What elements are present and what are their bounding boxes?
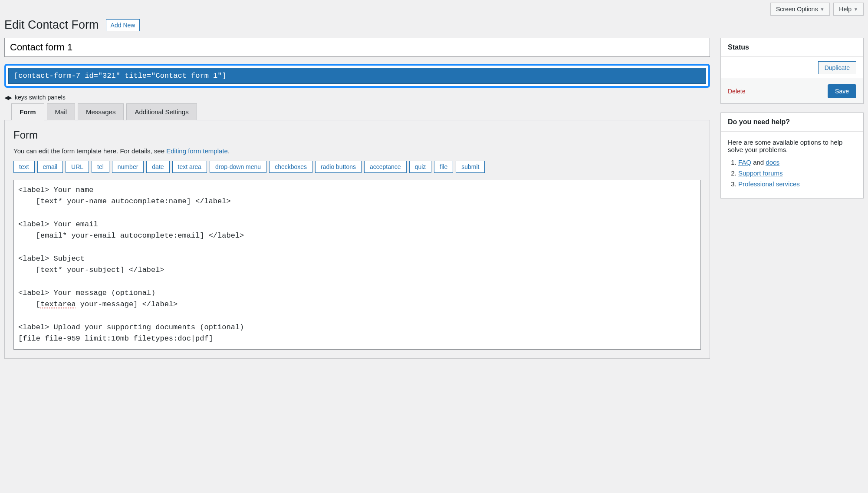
tag-email[interactable]: email (37, 161, 63, 173)
tag-url[interactable]: URL (66, 161, 89, 173)
shortcode-field[interactable]: [contact-form-7 id="321" title="Contact … (8, 68, 706, 84)
tab-mail[interactable]: Mail (47, 103, 76, 120)
help-title: Do you need help? (721, 113, 863, 132)
tag-checkboxes[interactable]: checkboxes (269, 161, 312, 173)
form-title-input[interactable] (4, 38, 710, 57)
pro-services-link[interactable]: Professional services (738, 180, 800, 188)
docs-link[interactable]: docs (766, 159, 779, 166)
tag-quiz[interactable]: quiz (409, 161, 432, 173)
delete-link[interactable]: Delete (728, 88, 745, 95)
help-item-forums: Support forums (738, 169, 856, 177)
tab-messages[interactable]: Messages (78, 103, 124, 120)
page-title: Edit Contact Form (4, 18, 99, 32)
tag-radio[interactable]: radio buttons (315, 161, 362, 173)
tabs: Form Mail Messages Additional Settings (11, 103, 710, 120)
chevron-down-icon: ▼ (820, 7, 824, 12)
shortcode-highlight: [contact-form-7 id="321" title="Contact … (4, 64, 710, 88)
help-item-pro: Professional services (738, 180, 856, 188)
help-button[interactable]: Help ▼ (833, 3, 864, 16)
status-box: Status Duplicate Delete Save (720, 38, 864, 104)
panel-description: You can edit the form template here. For… (13, 147, 701, 155)
screen-options-label: Screen Options (776, 6, 818, 13)
forums-link[interactable]: Support forums (738, 169, 783, 177)
status-title: Status (721, 38, 863, 57)
tag-submit[interactable]: submit (456, 161, 485, 173)
add-new-button[interactable]: Add New (106, 19, 140, 31)
tag-date[interactable]: date (146, 161, 169, 173)
tag-textarea[interactable]: text area (172, 161, 207, 173)
form-panel: Form You can edit the form template here… (4, 120, 710, 359)
help-label: Help (839, 6, 852, 13)
tag-file[interactable]: file (434, 161, 453, 173)
screen-options-button[interactable]: Screen Options ▼ (770, 3, 830, 16)
help-box: Do you need help? Here are some availabl… (720, 112, 864, 199)
faq-link[interactable]: FAQ (738, 159, 751, 166)
duplicate-button[interactable]: Duplicate (818, 61, 856, 74)
tag-tel[interactable]: tel (92, 161, 109, 173)
tab-additional-settings[interactable]: Additional Settings (126, 103, 197, 120)
tag-acceptance[interactable]: acceptance (364, 161, 407, 173)
arrow-keys-icon: ◀▶ (4, 94, 11, 101)
tab-form[interactable]: Form (11, 103, 44, 120)
tag-text[interactable]: text (13, 161, 35, 173)
help-intro: Here are some available options to help … (728, 139, 856, 153)
tag-number[interactable]: number (112, 161, 144, 173)
editing-template-link[interactable]: Editing form template (166, 147, 228, 155)
chevron-down-icon: ▼ (854, 7, 858, 12)
tag-buttons-row: text email URL tel number date text area… (13, 161, 701, 173)
tag-dropdown[interactable]: drop-down menu (210, 161, 266, 173)
form-template-editor[interactable]: <label> Your name [text* your-name autoc… (13, 180, 701, 350)
save-button[interactable]: Save (828, 84, 856, 98)
panel-heading: Form (13, 129, 701, 141)
help-item-faq: FAQ and docs (738, 159, 856, 166)
keys-hint-text: keys switch panels (15, 94, 66, 101)
